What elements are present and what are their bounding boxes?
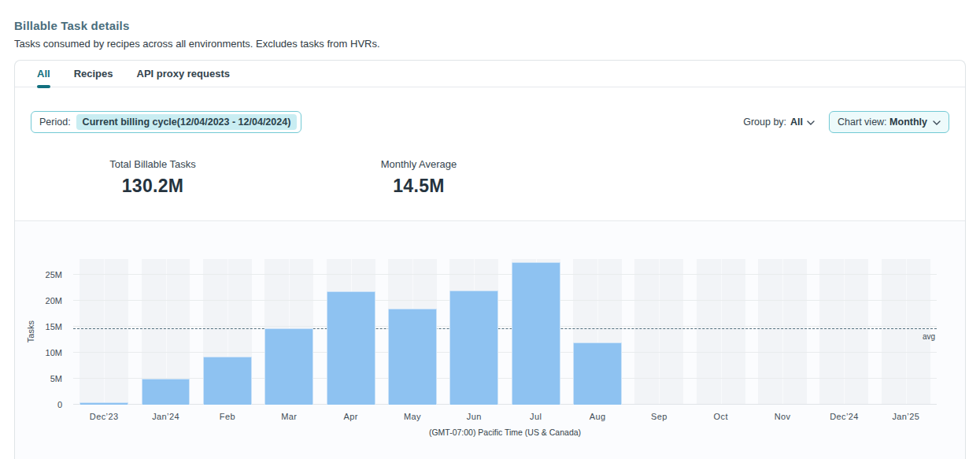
chevron-down-icon: [933, 120, 941, 125]
average-line: [73, 328, 937, 329]
stat-label: Monthly Average: [349, 158, 489, 170]
x-axis-label: Apr: [320, 412, 381, 421]
tab-all[interactable]: All: [37, 61, 50, 87]
period-selector[interactable]: Period: Current billing cycle(12/04/2023…: [31, 111, 301, 133]
x-axis-label: Jan’25: [875, 412, 937, 421]
chart-column: [567, 259, 628, 405]
stat-value: 130.2M: [83, 176, 223, 197]
page-subtitle: Tasks consumed by recipes across all env…: [14, 38, 966, 50]
chevron-down-icon: [807, 120, 815, 125]
column-band: [820, 259, 869, 405]
period-label: Period:: [39, 117, 71, 128]
gridline: [73, 300, 937, 301]
timezone-note: (GMT-07:00) Pacific Time (US & Canada): [73, 428, 937, 437]
chart-plot-area: Tasks 05M10M15M20M25Mavg: [73, 259, 937, 405]
x-axis-label: Jan’24: [135, 412, 196, 421]
billable-tasks-card: All Recipes API proxy requests Period: C…: [14, 60, 966, 459]
stat-total-billable-tasks: Total Billable Tasks 130.2M: [83, 158, 223, 197]
column-band: [697, 259, 745, 405]
x-axis-label: May: [382, 412, 443, 421]
bar-Jan24[interactable]: [142, 379, 190, 405]
x-axis-labels: Dec’23Jan’24FebMarAprMayJunJulAugSepOctN…: [73, 412, 937, 421]
y-axis-title: Tasks: [24, 259, 37, 405]
y-tick-label: 15M: [46, 322, 62, 331]
group-by-label: Group by:: [743, 117, 786, 128]
bar-Jun[interactable]: [449, 291, 498, 405]
column-band: [80, 259, 128, 405]
gridline: [73, 352, 937, 353]
x-axis-label: Jun: [443, 412, 505, 421]
tab-recipes[interactable]: Recipes: [74, 61, 113, 87]
stat-monthly-average: Monthly Average 14.5M: [349, 158, 489, 197]
group-by-value: All: [790, 117, 803, 128]
chart-column: [752, 259, 813, 405]
chart-column: [135, 259, 196, 405]
billable-task-details-page: Billable Task details Tasks consumed by …: [0, 0, 980, 459]
stat-value: 14.5M: [349, 176, 489, 197]
bar-Mar[interactable]: [264, 328, 313, 405]
chart-view-value: Monthly: [889, 117, 927, 128]
gridline: [73, 326, 937, 327]
y-tick-label: 10M: [46, 348, 62, 357]
x-axis-label: Jul: [505, 412, 567, 421]
x-axis-label: Oct: [690, 412, 752, 421]
chart-view-dropdown[interactable]: Chart view: Monthly: [829, 111, 949, 133]
column-band: [634, 259, 683, 405]
bar-Jul[interactable]: [512, 262, 560, 405]
column-band: [758, 259, 807, 405]
chart-columns: [73, 259, 937, 405]
x-axis-label: Mar: [258, 412, 320, 421]
bar-chart: Tasks 05M10M15M20M25Mavg Dec’23Jan’24Feb…: [73, 259, 937, 437]
chart-column: [813, 259, 875, 405]
chart-column: [690, 259, 752, 405]
chart-section: Tasks 05M10M15M20M25Mavg Dec’23Jan’24Feb…: [15, 220, 965, 459]
chart-column: [628, 259, 690, 405]
bar-Aug[interactable]: [573, 342, 622, 405]
bar-Apr[interactable]: [327, 291, 375, 405]
right-controls: Group by: All Chart view: Monthly: [743, 111, 949, 133]
page-title: Billable Task details: [14, 19, 966, 32]
bar-Dec23[interactable]: [80, 402, 128, 405]
x-axis-label: Dec’24: [813, 412, 875, 421]
chart-view-label: Chart view:: [838, 117, 887, 128]
gridline: [73, 274, 937, 275]
tab-api-proxy-requests[interactable]: API proxy requests: [137, 61, 231, 87]
chart-column: [73, 259, 135, 405]
x-axis-label: Aug: [567, 412, 628, 421]
y-tick-label: 20M: [46, 296, 62, 305]
x-axis-label: Feb: [197, 412, 258, 421]
x-axis-label: Sep: [628, 412, 690, 421]
stat-label: Total Billable Tasks: [83, 158, 223, 170]
chart-column: [505, 259, 567, 405]
x-axis-label: Dec’23: [73, 412, 135, 421]
y-tick-label: 0: [57, 400, 62, 409]
chart-column: [443, 259, 505, 405]
bar-Feb[interactable]: [203, 357, 252, 405]
y-tick-label: 5M: [50, 374, 62, 383]
group-by-dropdown[interactable]: Group by: All: [743, 117, 815, 128]
chart-column: [258, 259, 320, 405]
bar-May[interactable]: [388, 309, 437, 405]
controls-row: Period: Current billing cycle(12/04/2023…: [15, 87, 965, 133]
chart-column: [382, 259, 443, 405]
tab-bar: All Recipes API proxy requests: [15, 61, 965, 87]
summary-stats: Total Billable Tasks 130.2M Monthly Aver…: [15, 133, 965, 197]
y-tick-label: 25M: [46, 270, 62, 279]
chart-column: [197, 259, 258, 405]
average-line-label: avg: [923, 332, 935, 341]
period-value-chip: Current billing cycle(12/04/2023 - 12/04…: [76, 114, 298, 130]
chart-column: [320, 259, 381, 405]
x-axis-label: Nov: [752, 412, 813, 421]
